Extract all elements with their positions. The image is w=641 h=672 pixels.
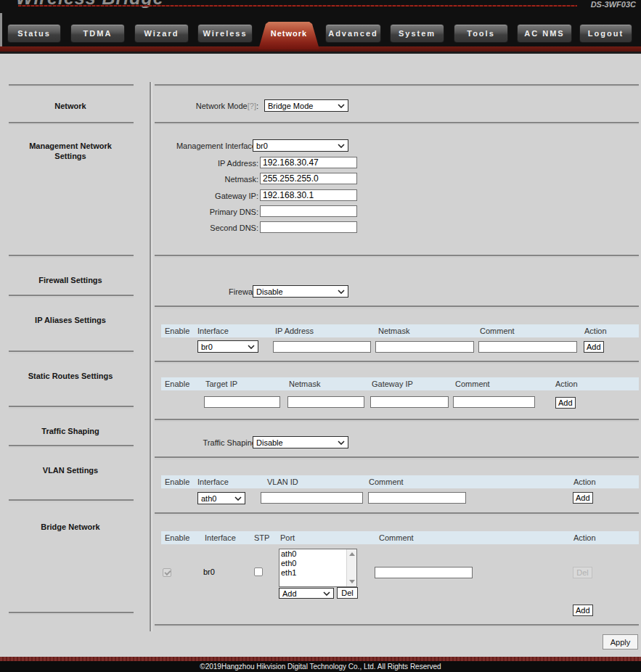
ip-alias-comment-input[interactable] [478, 341, 577, 353]
second-dns-label: Second DNS: [155, 224, 258, 232]
bridge-stp-checkbox[interactable] [254, 567, 263, 576]
sidebar-separator [9, 406, 134, 409]
chevron-down-icon [338, 144, 345, 148]
ip-aliases-table-header: Enable Interface IP Address Netmask Comm… [161, 324, 639, 337]
sidebar-separator [9, 295, 134, 298]
firewall-select[interactable]: Disable [253, 285, 348, 298]
tab-wizard[interactable]: Wizard [134, 24, 189, 43]
tab-tdma[interactable]: TDMA [70, 24, 125, 43]
primary-dns-input[interactable] [260, 205, 357, 217]
bridge-add-button[interactable]: Add [573, 605, 593, 616]
second-dns-input[interactable] [260, 221, 357, 233]
sidebar-separator [9, 122, 134, 125]
traffic-shaping-value: Disable [256, 438, 283, 447]
primary-dns-label: Primary DNS: [155, 208, 258, 216]
tab-ac-nms[interactable]: AC NMS [517, 24, 572, 43]
sidebar-separator [9, 612, 134, 615]
app-title: Wireless Bridge [16, 0, 164, 9]
content-separator [155, 361, 639, 364]
vlan-add-button[interactable]: Add [573, 492, 593, 504]
network-mode-value: Bridge Mode [268, 102, 313, 110]
traffic-shaping-select[interactable]: Disable [253, 436, 348, 448]
app-header: Wireless Bridge DS-3WF03C Status TDMA Wi… [0, 0, 641, 46]
tab-wireless[interactable]: Wireless [197, 24, 253, 43]
content-separator [155, 255, 639, 258]
bridge-enable-checkbox [163, 568, 171, 577]
scroll-down-icon[interactable] [349, 580, 355, 583]
port-option[interactable]: eth0 [279, 559, 356, 568]
scroll-up-icon[interactable] [349, 552, 355, 556]
bridge-interface-value: br0 [203, 567, 215, 576]
sidebar-item-network[interactable]: Network [6, 101, 135, 111]
traffic-shaping-label: Traffic Shaping: [155, 438, 258, 447]
network-mode-select[interactable]: Bridge Mode [264, 99, 348, 112]
ip-alias-add-button[interactable]: Add [584, 341, 604, 353]
chevron-down-icon [338, 290, 345, 294]
content-separator [155, 419, 639, 422]
vlan-interface-select[interactable]: ath0 [197, 492, 245, 504]
ip-address-input[interactable] [260, 157, 357, 168]
bridge-table-header: Enable Interface STP Port Comment Action [161, 531, 639, 544]
sidebar-separator [9, 84, 134, 87]
static-route-netmask-input[interactable] [287, 396, 364, 408]
bridge-comment-input[interactable] [375, 567, 473, 578]
sidebar-separator [9, 499, 134, 502]
chevron-down-icon [234, 496, 242, 501]
sidebar-separator [9, 445, 134, 448]
firewall-label: Firewall: [155, 287, 258, 296]
firewall-value: Disable [256, 287, 283, 296]
content-separator [155, 84, 639, 87]
bridge-port-add-select[interactable]: Add [279, 588, 334, 599]
port-option[interactable]: ath0 [279, 549, 356, 559]
network-mode-label: Network Mode[?]: [155, 102, 258, 110]
static-route-target-ip-input[interactable] [204, 396, 280, 408]
sidebar-separator [9, 255, 134, 258]
sidebar-item-vlan-settings[interactable]: VLAN Settings [6, 465, 135, 475]
chevron-down-icon [248, 345, 255, 349]
sidebar-item-traffic-shaping[interactable]: Traffic Shaping [6, 426, 135, 436]
sidebar-item-firewall-settings[interactable]: Firewall Settings [6, 275, 135, 285]
netmask-label: Netmask: [155, 175, 258, 184]
bridge-port-listbox[interactable]: ath0 eth0 eth1 [279, 549, 357, 587]
window-edge [0, 13, 2, 46]
static-route-add-button[interactable]: Add [555, 397, 576, 409]
network-mode-help-link[interactable]: [?] [248, 102, 256, 110]
tab-network-active[interactable]: Network [258, 22, 319, 49]
static-route-comment-input[interactable] [453, 396, 535, 408]
wireless-bridge-page: Wireless Bridge DS-3WF03C Status TDMA Wi… [0, 0, 641, 672]
sidebar-item-ip-aliases-settings[interactable]: IP Aliases Settings [6, 315, 135, 325]
static-route-gateway-input[interactable] [370, 396, 449, 408]
tab-system[interactable]: System [390, 24, 444, 43]
netmask-input[interactable] [260, 173, 357, 184]
content-separator [155, 122, 639, 125]
title-underline [18, 5, 577, 7]
sidebar-item-bridge-network[interactable]: Bridge Network [6, 522, 135, 532]
vlan-table-header: Enable Interface VLAN ID Comment Action [161, 475, 639, 488]
ip-address-label: IP Address: [155, 159, 258, 168]
bridge-del-button: Del [573, 567, 592, 578]
tab-advanced[interactable]: Advanced [325, 24, 381, 43]
management-interface-select[interactable]: br0 [253, 139, 348, 152]
tab-status[interactable]: Status [7, 24, 61, 43]
port-option[interactable]: eth1 [279, 568, 356, 578]
content-separator [155, 624, 639, 627]
vlan-interface-value: ath0 [201, 494, 216, 503]
content-separator [155, 306, 639, 308]
content-separator [155, 512, 639, 515]
sidebar-item-static-routes-settings[interactable]: Static Routes Settings [6, 371, 135, 381]
vlan-comment-input[interactable] [368, 492, 466, 504]
gateway-ip-input[interactable] [260, 189, 357, 201]
vlan-id-input[interactable] [261, 492, 363, 504]
tab-tools[interactable]: Tools [454, 24, 508, 43]
sidebar-item-management-network-settings[interactable]: Management Network Settings [17, 141, 124, 161]
ip-alias-interface-select[interactable]: br0 [197, 340, 258, 353]
chevron-down-icon [323, 591, 330, 596]
ip-alias-ip-input[interactable] [273, 341, 371, 353]
bridge-port-add-value: Add [282, 589, 297, 598]
bridge-port-del-button[interactable]: Del [337, 587, 358, 599]
ip-alias-netmask-input[interactable] [375, 341, 474, 353]
footer-copyright: ©2019Hangzhou Hikvision Digital Technolo… [0, 661, 641, 672]
apply-button[interactable]: Apply [603, 634, 638, 650]
listbox-scrollbar[interactable] [346, 549, 356, 586]
tab-logout[interactable]: Logout [579, 24, 632, 43]
